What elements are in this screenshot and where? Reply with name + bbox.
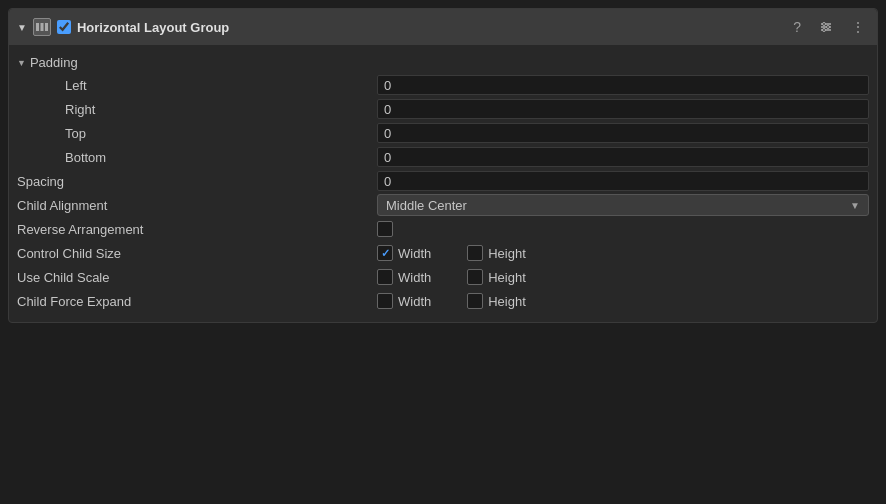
- component-title: Horizontal Layout Group: [77, 20, 229, 35]
- padding-top-input[interactable]: [377, 123, 869, 143]
- spacing-input[interactable]: [377, 171, 869, 191]
- child-force-expand-height-label: Height: [488, 294, 526, 309]
- settings-button[interactable]: [815, 18, 837, 36]
- reverse-arrangement-label: Reverse Arrangement: [17, 222, 377, 237]
- reverse-arrangement-checkbox[interactable]: [377, 221, 393, 237]
- control-child-size-width-pair: Width: [377, 245, 431, 261]
- padding-top-label: Top: [17, 126, 377, 141]
- spacing-value: [377, 171, 869, 191]
- use-child-scale-width-label: Width: [398, 270, 431, 285]
- svg-point-8: [823, 29, 826, 32]
- child-force-expand-height-pair: Height: [467, 293, 526, 309]
- child-force-expand-width-label: Width: [398, 294, 431, 309]
- padding-top-row: Top: [17, 122, 869, 144]
- child-alignment-dropdown[interactable]: Middle Center ▼: [377, 194, 869, 216]
- child-force-expand-width-checkbox[interactable]: [377, 293, 393, 309]
- enable-checkbox[interactable]: [57, 20, 71, 34]
- child-force-expand-height-checkbox[interactable]: [467, 293, 483, 309]
- child-alignment-row: Child Alignment Middle Center ▼: [17, 194, 869, 216]
- padding-top-value: [377, 123, 869, 143]
- use-child-scale-checkboxes: Width Height: [377, 269, 869, 285]
- svg-rect-0: [36, 23, 39, 31]
- control-child-size-height-label: Height: [488, 246, 526, 261]
- component-icon: [33, 18, 51, 36]
- child-force-expand-width-pair: Width: [377, 293, 431, 309]
- reverse-arrangement-row: Reverse Arrangement: [17, 218, 869, 240]
- spacing-label: Spacing: [17, 174, 377, 189]
- control-child-size-width-label: Width: [398, 246, 431, 261]
- padding-bottom-row: Bottom: [17, 146, 869, 168]
- use-child-scale-label: Use Child Scale: [17, 270, 377, 285]
- padding-bottom-input[interactable]: [377, 147, 869, 167]
- component-panel: ▼ Horizontal Layout Group ?: [8, 8, 878, 323]
- more-options-button[interactable]: ⋮: [847, 17, 869, 37]
- use-child-scale-row: Use Child Scale Width Height: [17, 266, 869, 288]
- child-alignment-label: Child Alignment: [17, 198, 377, 213]
- padding-bottom-value: [377, 147, 869, 167]
- padding-label: Padding: [30, 55, 78, 70]
- reverse-arrangement-value: [377, 221, 869, 237]
- padding-right-input[interactable]: [377, 99, 869, 119]
- padding-left-label: Left: [17, 78, 377, 93]
- svg-rect-1: [40, 23, 43, 31]
- control-child-size-label: Control Child Size: [17, 246, 377, 261]
- use-child-scale-width-checkbox[interactable]: [377, 269, 393, 285]
- header-right: ? ⋮: [789, 17, 869, 37]
- control-child-size-width-checkbox[interactable]: [377, 245, 393, 261]
- padding-left-input[interactable]: [377, 75, 869, 95]
- control-child-size-height-checkbox[interactable]: [467, 245, 483, 261]
- child-alignment-value: Middle Center ▼: [377, 194, 869, 216]
- svg-rect-2: [45, 23, 48, 31]
- use-child-scale-height-checkbox[interactable]: [467, 269, 483, 285]
- padding-arrow-icon: ▼: [17, 58, 26, 68]
- svg-point-6: [823, 23, 826, 26]
- child-force-expand-checkboxes: Width Height: [377, 293, 869, 309]
- child-force-expand-row: Child Force Expand Width Height: [17, 290, 869, 312]
- child-alignment-dropdown-text: Middle Center: [386, 198, 467, 213]
- padding-right-label: Right: [17, 102, 377, 117]
- help-button[interactable]: ?: [789, 17, 805, 37]
- padding-left-row: Left: [17, 74, 869, 96]
- header-left: ▼ Horizontal Layout Group: [17, 18, 783, 36]
- use-child-scale-height-pair: Height: [467, 269, 526, 285]
- padding-bottom-label: Bottom: [17, 150, 377, 165]
- component-body: ▼ Padding Left Right Top Bottom: [9, 45, 877, 322]
- control-child-size-checkboxes: Width Height: [377, 245, 869, 261]
- use-child-scale-height-label: Height: [488, 270, 526, 285]
- control-child-size-row: Control Child Size Width Height: [17, 242, 869, 264]
- fold-arrow-icon[interactable]: ▼: [17, 22, 27, 33]
- svg-point-7: [827, 26, 830, 29]
- chevron-down-icon: ▼: [850, 200, 860, 211]
- use-child-scale-width-pair: Width: [377, 269, 431, 285]
- spacing-row: Spacing: [17, 170, 869, 192]
- padding-right-row: Right: [17, 98, 869, 120]
- padding-left-value: [377, 75, 869, 95]
- padding-section-header[interactable]: ▼ Padding: [17, 51, 869, 74]
- child-force-expand-label: Child Force Expand: [17, 294, 377, 309]
- padding-right-value: [377, 99, 869, 119]
- component-header: ▼ Horizontal Layout Group ?: [9, 9, 877, 45]
- control-child-size-height-pair: Height: [467, 245, 526, 261]
